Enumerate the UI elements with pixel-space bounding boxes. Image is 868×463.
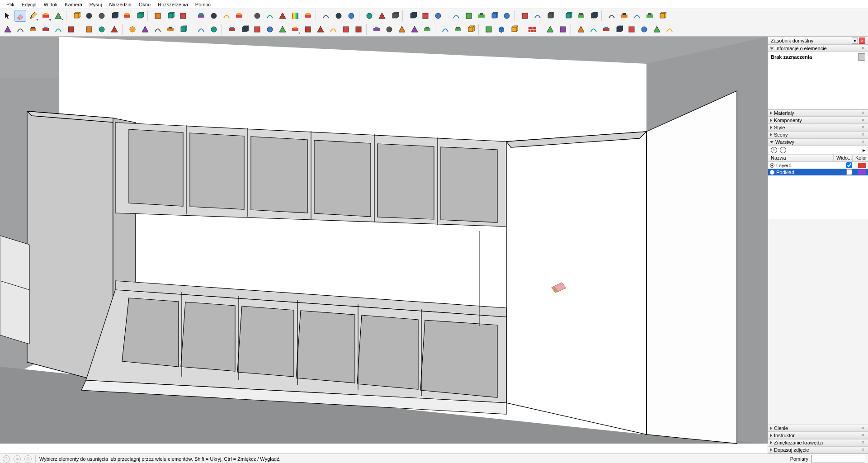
toolbar-panel2-button[interactable] <box>376 10 388 22</box>
layer-menu-icon[interactable]: ▸ <box>863 147 865 153</box>
toolbar-cubeblue-button[interactable] <box>495 24 507 35</box>
user-icon[interactable]: ☺ <box>14 455 21 463</box>
toolbar-curve1-button[interactable] <box>226 24 238 35</box>
toolbar-grid2-button[interactable] <box>452 24 464 35</box>
col-name[interactable]: Nazwa <box>768 155 834 161</box>
toolbar-prev-button[interactable] <box>251 10 263 22</box>
toolbar-select-button[interactable] <box>2 10 14 22</box>
toolbar-rect3-button[interactable] <box>345 10 357 22</box>
toolbar-paint-button[interactable] <box>177 10 189 22</box>
toolbar-target-button[interactable] <box>562 10 574 22</box>
toolbar-poly-button[interactable] <box>52 10 64 22</box>
panel-close-icon[interactable]: × <box>860 139 866 145</box>
panel-layers-header[interactable]: Warstwy × <box>768 138 868 146</box>
col-visible[interactable]: Wido... <box>834 155 853 161</box>
toolbar-tool-button[interactable] <box>396 24 408 35</box>
toolbar-next-button[interactable] <box>264 10 276 22</box>
panel-close-icon[interactable]: × <box>860 124 866 131</box>
toolbar-sel5-button[interactable] <box>177 24 189 35</box>
panel-close-icon[interactable]: × <box>860 132 866 138</box>
layer-name[interactable]: Layer0 <box>776 163 840 168</box>
toolbar-zig-button[interactable] <box>340 24 352 35</box>
toolbar-box3d-button[interactable] <box>519 10 531 22</box>
toolbar-ball-button[interactable] <box>195 24 207 35</box>
toolbar-ax1-button[interactable] <box>575 24 587 35</box>
toolbar-lock-button[interactable] <box>389 10 401 22</box>
panel-close-icon[interactable]: × <box>860 439 866 446</box>
layer-row[interactable]: Podkład <box>768 169 868 175</box>
panel-styles-header[interactable]: Style × <box>768 124 868 131</box>
toolbar-grid4-button[interactable] <box>557 24 569 35</box>
toolbar-circle1-button[interactable] <box>320 10 332 22</box>
toolbar-pushpull-button[interactable] <box>71 10 82 22</box>
toolbar-followme-button[interactable] <box>108 10 120 22</box>
menu-edit[interactable]: Edycja <box>18 1 40 8</box>
toolbar-cube1-button[interactable] <box>2 24 14 35</box>
entity-swatch-icon[interactable] <box>858 53 865 61</box>
toolbar-dimtext-button[interactable] <box>165 10 176 22</box>
toolbar-sq2-button[interactable] <box>315 24 326 35</box>
panel-close-icon[interactable]: × <box>860 425 866 431</box>
toolbar-pie-button[interactable] <box>353 24 364 35</box>
toolbar-bulb-button[interactable] <box>501 10 513 22</box>
menu-file[interactable]: Plik <box>3 1 18 8</box>
toolbar-kettle-button[interactable] <box>333 10 344 22</box>
toolbar-sel2-button[interactable] <box>139 24 151 35</box>
toolbar-rainbow-button[interactable] <box>289 10 301 22</box>
toolbar-ax6-button[interactable] <box>638 24 650 35</box>
toolbar-poly1-button[interactable] <box>450 10 462 22</box>
toolbar-curve4-button[interactable] <box>264 24 276 35</box>
menu-tools[interactable]: Narzędzia <box>105 1 135 8</box>
panel-close-icon[interactable]: × <box>860 117 866 123</box>
menu-camera[interactable]: Kamera <box>61 1 86 8</box>
layer-color-swatch[interactable] <box>858 163 866 168</box>
toolbar-sel4-button[interactable] <box>165 24 176 35</box>
toolbar-sun-button[interactable] <box>463 10 475 22</box>
toolbar-globe-button[interactable] <box>488 10 500 22</box>
layer-visible-checkbox[interactable] <box>840 169 858 175</box>
toolbar-cubedark-button[interactable] <box>508 24 520 35</box>
toolbar-pencil-button[interactable] <box>27 10 39 22</box>
panel-instructor-header[interactable]: Instruktor × <box>768 432 868 439</box>
toolbar-scale-button[interactable] <box>121 10 133 22</box>
layer-name[interactable]: Podkład <box>776 170 840 175</box>
toolbar-grid3-button[interactable] <box>465 24 476 35</box>
toolbar-sun2-button[interactable] <box>544 24 556 35</box>
menu-window[interactable]: Okno <box>135 1 154 8</box>
panel-close-icon[interactable]: × <box>860 447 866 453</box>
toolbar-ax3-button[interactable] <box>600 24 612 35</box>
layers-columns-header[interactable]: Nazwa Wido... Kolor <box>768 155 868 162</box>
toolbar-ax2-button[interactable] <box>588 24 599 35</box>
toolbar-box3do-button[interactable] <box>532 10 543 22</box>
layer-visible-checkbox[interactable] <box>840 162 858 169</box>
toolbar-zoom-button[interactable] <box>221 10 232 22</box>
toolbar-arc-button[interactable] <box>289 24 301 35</box>
panel-shadows-header[interactable]: Cienie × <box>768 425 868 432</box>
toolbar-orbit-button[interactable] <box>195 10 207 22</box>
menu-help[interactable]: Pomoc <box>192 1 214 8</box>
toolbar-eraser-button[interactable] <box>14 10 26 22</box>
toolbar-peel3-button[interactable] <box>656 10 668 22</box>
toolbar-layers1-button[interactable] <box>606 10 618 22</box>
add-layer-icon[interactable]: + <box>771 147 777 153</box>
geo-icon[interactable]: ⊙ <box>24 455 32 463</box>
toolbar-pan-button[interactable] <box>208 10 220 22</box>
toolbar-slab-button[interactable] <box>40 24 52 35</box>
panel-close-icon[interactable]: × <box>860 110 866 116</box>
toolbar-curve2-button[interactable] <box>239 24 250 35</box>
toolbar-leaf-button[interactable] <box>65 24 77 35</box>
toolbar-rotate-button[interactable] <box>96 10 108 22</box>
panel-entity-info-header[interactable]: Informacje o elemencie × <box>768 45 868 52</box>
toolbar-arc2-button[interactable] <box>420 10 431 22</box>
col-color[interactable]: Kolor <box>853 155 868 161</box>
toolbar-move-button[interactable] <box>83 10 95 22</box>
measurement-input[interactable] <box>811 455 865 463</box>
toolbar-img1-button[interactable] <box>83 24 95 35</box>
toolbar-poly2-button[interactable] <box>476 10 487 22</box>
toolbar-panel1-button[interactable] <box>363 10 375 22</box>
panel-components-header[interactable]: Komponenty × <box>768 117 868 124</box>
toolbar-offset-button[interactable] <box>134 10 146 22</box>
toolbar-curve5-button[interactable] <box>277 24 288 35</box>
panel-close-icon[interactable]: × <box>860 432 866 439</box>
toolbar-rect-button[interactable] <box>40 10 52 22</box>
